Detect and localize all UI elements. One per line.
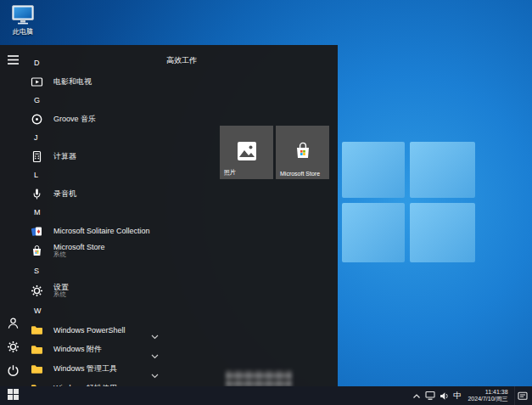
app-item-settings[interactable]: 设置 系统 bbox=[25, 280, 168, 301]
start-menu: D 电影和电视 G bbox=[0, 45, 338, 386]
section-letter: D bbox=[34, 59, 40, 67]
tile-area: 高效工作 照片 bbox=[166, 55, 336, 66]
folder-icon bbox=[31, 363, 43, 375]
network-icon[interactable] bbox=[423, 386, 437, 405]
app-item-label: Microsoft Solitaire Collection bbox=[53, 227, 150, 235]
microsoft-store-icon bbox=[293, 141, 313, 165]
power-icon[interactable] bbox=[7, 364, 20, 377]
blurred-watermark bbox=[226, 370, 292, 386]
groove-music-icon bbox=[31, 113, 43, 126]
app-item-calculator[interactable]: 计算器 bbox=[25, 147, 168, 166]
section-header-w[interactable]: W bbox=[25, 301, 168, 320]
app-item-label: 电影和电视 bbox=[53, 76, 92, 87]
photos-icon bbox=[237, 141, 257, 165]
volume-icon[interactable] bbox=[437, 386, 451, 405]
section-letter: G bbox=[34, 96, 40, 104]
app-item-microsoft-store[interactable]: Microsoft Store 系统 bbox=[25, 240, 168, 262]
start-button[interactable] bbox=[0, 386, 25, 405]
app-item-voice-recorder[interactable]: 录音机 bbox=[25, 184, 168, 203]
desktop-icon-this-pc[interactable]: 此电脑 bbox=[3, 5, 42, 37]
folder-item-windows-powershell[interactable]: Windows PowerShell bbox=[25, 320, 168, 340]
tile-row: 照片 bbox=[220, 126, 329, 179]
solitaire-icon bbox=[31, 225, 43, 238]
settings-gear-icon bbox=[31, 284, 43, 297]
taskbar-clock[interactable]: 11:41:38 2024/7/10/周三 bbox=[464, 386, 514, 405]
section-letter: M bbox=[34, 208, 41, 217]
system-tray: 中 11:41:38 2024/7/10/周三 bbox=[410, 386, 530, 405]
windows-logo-icon bbox=[8, 388, 19, 403]
app-item-solitaire[interactable]: Microsoft Solitaire Collection bbox=[25, 222, 168, 240]
app-item-sublabel: 系统 bbox=[53, 251, 105, 259]
clock-time: 11:41:38 bbox=[468, 389, 507, 396]
app-item-sublabel: 系统 bbox=[53, 291, 69, 299]
tile-microsoft-store[interactable]: Microsoft Store bbox=[276, 126, 329, 179]
app-item-label: Groove 音乐 bbox=[53, 114, 96, 125]
section-header-s[interactable]: S bbox=[25, 262, 168, 280]
folder-icon bbox=[31, 343, 43, 356]
tile-photos[interactable]: 照片 bbox=[220, 126, 273, 179]
voice-recorder-icon bbox=[31, 188, 43, 200]
folder-item-label: Windows PowerShell bbox=[53, 326, 126, 335]
taskbar: 中 11:41:38 2024/7/10/周三 bbox=[0, 386, 532, 405]
calculator-icon bbox=[31, 150, 43, 163]
folder-item-windows-admin-tools[interactable]: Windows 管理工具 bbox=[25, 359, 168, 379]
hidden-icons-chevron-icon[interactable] bbox=[410, 386, 423, 405]
folder-item-label: Windows 管理工具 bbox=[53, 363, 117, 374]
tile-group-title[interactable]: 高效工作 bbox=[166, 55, 336, 66]
logo-pane bbox=[410, 203, 475, 262]
section-letter: J bbox=[34, 133, 38, 142]
ime-indicator[interactable]: 中 bbox=[451, 386, 464, 405]
app-item-movies-tv[interactable]: 电影和电视 bbox=[25, 72, 168, 91]
desktop-icon-label: 此电脑 bbox=[3, 27, 42, 37]
section-letter: S bbox=[34, 267, 39, 275]
tile-label: Microsoft Store bbox=[280, 171, 320, 177]
folder-item-windows-accessories[interactable]: Windows 附件 bbox=[25, 340, 168, 359]
clock-date: 2024/7/10/周三 bbox=[468, 396, 507, 402]
hamburger-menu-icon[interactable] bbox=[7, 53, 20, 66]
app-item-label: 计算器 bbox=[53, 151, 76, 162]
this-pc-monitor-icon bbox=[12, 5, 34, 26]
microsoft-store-icon bbox=[31, 245, 43, 257]
movies-tv-icon bbox=[31, 76, 43, 88]
logo-pane bbox=[342, 203, 405, 262]
tile-label: 照片 bbox=[224, 168, 236, 177]
user-account-icon[interactable] bbox=[7, 317, 20, 329]
folder-icon bbox=[31, 323, 43, 336]
app-item-groove-music[interactable]: Groove 音乐 bbox=[25, 110, 168, 128]
action-center-icon[interactable] bbox=[514, 386, 530, 405]
desktop-screen: 此电脑 bbox=[0, 0, 532, 405]
windows-logo-wallpaper bbox=[342, 142, 475, 262]
app-item-label: 录音机 bbox=[53, 188, 76, 200]
settings-gear-icon[interactable] bbox=[7, 340, 20, 353]
section-header-m[interactable]: M bbox=[25, 203, 168, 222]
section-header-j[interactable]: J bbox=[25, 128, 168, 147]
folder-item-label: Windows 附件 bbox=[53, 344, 102, 355]
logo-pane bbox=[342, 142, 405, 198]
section-letter: W bbox=[34, 307, 42, 315]
section-header-g[interactable]: G bbox=[25, 91, 168, 110]
logo-pane bbox=[410, 142, 475, 198]
start-app-list: D 电影和电视 G bbox=[25, 53, 168, 386]
section-header-d[interactable]: D bbox=[25, 53, 168, 72]
folder-item-windows-ease-of-access[interactable]: Windows 轻松使用 bbox=[25, 379, 168, 386]
section-letter: L bbox=[34, 171, 38, 179]
section-header-l[interactable]: L bbox=[25, 166, 168, 184]
